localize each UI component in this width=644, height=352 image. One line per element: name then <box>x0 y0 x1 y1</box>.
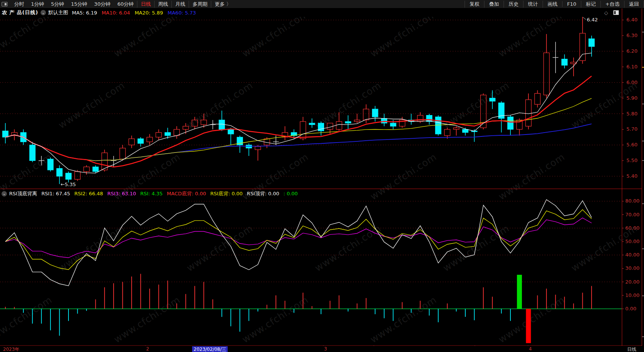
toolbar-button-6[interactable]: 标记 <box>581 1 600 8</box>
main-pane-hitbox[interactable] <box>0 17 622 188</box>
date-label-0: 2023年 <box>3 346 20 352</box>
edge-tick <box>642 141 644 141</box>
rsi-tick-label: 30.00 <box>625 265 639 271</box>
edge-tick <box>642 248 644 249</box>
rsi-pane-hitbox[interactable] <box>0 198 622 346</box>
selected-date-label: 2023/02/08/三 <box>192 346 228 352</box>
rsi-tick-label: 40.00 <box>625 252 639 258</box>
indicator-value-labels: RSI1: 67.45RSI2: 66.48RSI3: 63.10RSI: 4.… <box>41 190 302 197</box>
period-tab-2[interactable]: 5分钟 <box>47 1 67 8</box>
chevron-down-circle-icon[interactable]: ⌄ <box>41 10 46 15</box>
period-tab-4[interactable]: 30分钟 <box>91 1 114 8</box>
indicator-value-0: RSI1: 67.45 <box>41 191 70 196</box>
main-overlay-label[interactable]: 默认主图 <box>48 9 68 16</box>
edge-tick <box>642 32 644 32</box>
toolbar-button-5[interactable]: F10 <box>562 1 581 7</box>
period-tab-0[interactable]: 分时 <box>11 1 28 8</box>
price-tick-label: 5.40 <box>626 173 637 179</box>
ma-value-labels: MA5: 6.19MA10: 6.04MA20: 5.89MA60: 5.73 <box>72 10 201 16</box>
indicator-value-7: : 0.00 <box>284 191 298 196</box>
period-corner-label[interactable]: 日线 <box>622 346 642 352</box>
toolbar-button-8[interactable]: 返回 <box>624 1 644 8</box>
diamond-icon[interactable]: ◇ <box>604 10 608 16</box>
chart-canvas[interactable]: www.cfchi.comwww.cfchi.comwww.cfchi.comw… <box>0 17 644 352</box>
date-label-3: 3 <box>324 346 327 352</box>
price-tick-label: 5.60 <box>626 142 637 148</box>
date-axis: 日线 2023年22023/02/08/三34 <box>0 346 644 352</box>
date-label-4: 4 <box>529 346 532 352</box>
app-icon[interactable] <box>2 2 8 6</box>
rsi-tick-label: 0.00 <box>625 306 636 311</box>
price-tick-label: 5.80 <box>626 111 637 117</box>
period-tab-9[interactable]: 多周期 <box>189 1 211 8</box>
period-tab-8[interactable]: 月线 <box>171 1 189 8</box>
period-tab-1[interactable]: 1分钟 <box>28 1 47 8</box>
ma-label-3: MA60: 5.73 <box>168 10 196 16</box>
ma-label-2: MA20: 5.89 <box>135 10 163 16</box>
rsi-axis: 80.0070.0060.0050.0040.0030.0020.0010.00… <box>622 198 639 311</box>
date-label-1: 2 <box>146 346 149 352</box>
price-position-marker <box>642 67 644 68</box>
toolbar-actions: 复权叠加历史统计画线F10标记+自选返回 <box>465 1 644 8</box>
split-view-icon[interactable] <box>613 10 619 15</box>
indicator-value-6: RSI顶背: 0.00 <box>247 191 279 196</box>
period-tab-5[interactable]: 60分钟 <box>114 1 137 8</box>
edge-tick <box>642 203 644 204</box>
price-tick-label: 5.50 <box>626 157 637 163</box>
price-tick-label: 6.10 <box>626 64 637 70</box>
edge-tick <box>642 336 644 337</box>
edge-tick <box>642 160 644 161</box>
period-tab-3[interactable]: 15分钟 <box>68 1 91 8</box>
period-tab-7[interactable]: 周线 <box>154 1 171 8</box>
rsi-tick-label: 10.00 <box>625 292 639 298</box>
indicator-chevron-circle-icon[interactable]: ⌄ <box>2 191 7 196</box>
price-tick-label: 5.90 <box>626 95 637 101</box>
toolbar-button-3[interactable]: 统计 <box>523 1 543 8</box>
indicator-value-3: RSI: 4.35 <box>140 191 163 196</box>
price-tick-label: 6.00 <box>626 79 637 85</box>
header-right-icons: ◇ <box>604 10 619 16</box>
price-tick-label: 5.70 <box>626 126 637 132</box>
indicator-value-4: MACD底背: 0.00 <box>167 191 206 196</box>
rsi-tick-label: 70.00 <box>625 212 639 217</box>
toolbar-button-2[interactable]: 历史 <box>504 1 523 8</box>
price-tick-label: 6.30 <box>626 32 637 38</box>
rsi-tick-label: 80.00 <box>625 198 639 204</box>
indicator-value-2: RSI3: 63.10 <box>107 191 136 196</box>
indicator-value-1: RSI2: 66.48 <box>74 191 103 196</box>
rsi-tick-label: 60.00 <box>625 225 639 231</box>
app-window: 分时1分钟5分钟15分钟30分钟60分钟日线周线月线多周期更多 〉 复权叠加历史… <box>0 0 644 352</box>
stock-title[interactable]: 农 产 品(日线) <box>2 9 38 16</box>
indicator-value-5: RSI底背: 0.00 <box>210 191 243 196</box>
ma-label-0: MA5: 6.19 <box>72 10 97 16</box>
period-tab-6[interactable]: 日线 <box>137 1 154 8</box>
ma-label-1: MA10: 6.04 <box>102 10 130 16</box>
toolbar-button-0[interactable]: 复权 <box>465 1 484 8</box>
period-tabs: 分时1分钟5分钟15分钟30分钟60分钟日线周线月线多周期更多 〉 <box>11 1 235 8</box>
price-tick-label: 6.20 <box>626 48 637 54</box>
top-toolbar: 分时1分钟5分钟15分钟30分钟60分钟日线周线月线多周期更多 〉 复权叠加历史… <box>0 0 644 8</box>
edge-tick <box>642 104 644 104</box>
indicator-header: ⌄ RSI顶底背离 RSI1: 67.45RSI2: 66.48RSI3: 63… <box>0 189 620 198</box>
toolbar-button-1[interactable]: 叠加 <box>484 1 504 8</box>
price-tick-label: 6.40 <box>626 17 637 23</box>
indicator-name[interactable]: RSI顶底背离 <box>9 190 37 197</box>
period-tab-10[interactable]: 更多 〉 <box>211 1 235 8</box>
rsi-tick-label: 50.00 <box>625 238 639 244</box>
toolbar-button-7[interactable]: +自选 <box>600 1 624 8</box>
right-edge-strip[interactable] <box>642 8 644 352</box>
axis-border-line <box>622 8 622 352</box>
rsi-tick-label: 20.00 <box>625 279 639 285</box>
chart-header: 农 产 品(日线) ⌄ 默认主图 MA5: 6.19MA10: 6.04MA20… <box>0 8 644 17</box>
edge-tick <box>642 295 644 296</box>
toolbar-button-4[interactable]: 画线 <box>543 1 562 8</box>
